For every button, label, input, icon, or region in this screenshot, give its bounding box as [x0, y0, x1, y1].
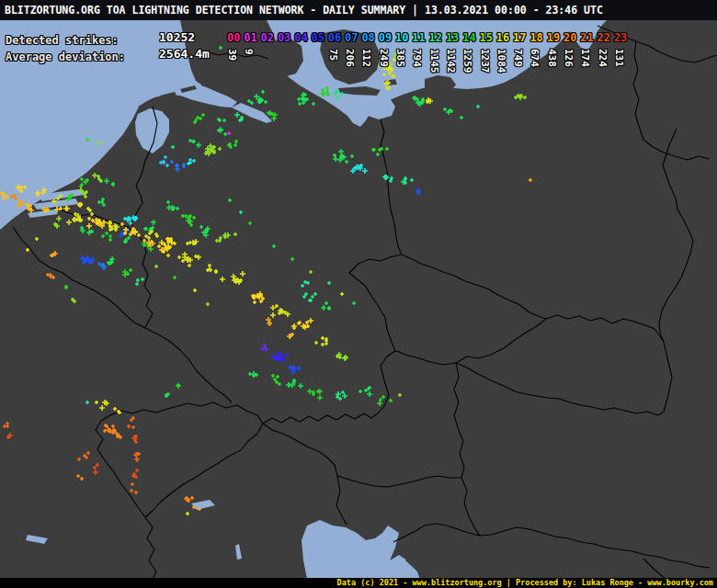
hour-label-12: 12	[429, 31, 442, 44]
hour-count-08: 112	[360, 49, 372, 67]
hour-count-17: 749	[512, 49, 524, 67]
hour-label-22: 22	[598, 31, 610, 44]
hour-count-09: 249	[378, 49, 390, 67]
hour-count-10: 385	[394, 49, 406, 67]
hour-label-09: 09	[379, 31, 392, 44]
hour-count-18: 674	[529, 49, 541, 67]
hour-label-21: 21	[580, 31, 593, 44]
hour-count-11: 794	[411, 49, 423, 67]
hour-count-14: 1259	[461, 49, 473, 74]
hour-count-01: 9	[243, 49, 255, 55]
hour-label-04: 04	[294, 31, 307, 44]
hour-count-23: 131	[613, 49, 625, 67]
hour-label-10: 10	[395, 31, 408, 44]
average-deviation-row: Average deviation: 2564.4m	[6, 47, 125, 63]
hour-count-22: 224	[597, 49, 609, 67]
detected-strikes-value: 10252	[159, 30, 195, 44]
lightning-map	[0, 0, 717, 588]
hour-count-07: 206	[344, 49, 356, 67]
hour-count-06: 75	[327, 49, 339, 61]
hour-count-21: 174	[579, 49, 591, 67]
hour-label-01: 01	[244, 31, 256, 44]
hour-label-16: 16	[496, 31, 509, 44]
hour-label-03: 03	[278, 31, 290, 44]
title-bar: BLITZORTUNG.ORG TOA LIGHTNING DETECTION …	[0, 0, 717, 20]
hour-count-15: 1237	[479, 49, 491, 74]
hour-label-20: 20	[563, 31, 576, 44]
average-deviation-label: Average deviation:	[6, 51, 125, 63]
hour-count-12: 1145	[428, 49, 440, 74]
hour-label-15: 15	[480, 31, 493, 44]
hour-label-05: 05	[312, 31, 324, 44]
credit-bar: Data (c) 2021 - www.blitzortung.org | Pr…	[0, 578, 717, 588]
hour-label-17: 17	[513, 31, 526, 44]
hour-label-19: 19	[547, 31, 560, 44]
page-title: BLITZORTUNG.ORG TOA LIGHTNING DETECTION …	[5, 4, 603, 17]
hour-count-13: 1142	[445, 49, 457, 74]
hour-label-13: 13	[446, 31, 459, 44]
hour-label-14: 14	[462, 31, 475, 44]
credit-text: Data (c) 2021 - www.blitzortung.org | Pr…	[337, 578, 713, 587]
hour-label-23: 23	[614, 31, 627, 44]
detected-strikes-label: Detected strikes:	[6, 34, 119, 47]
hour-label-00: 00	[227, 31, 240, 44]
detected-strikes-row: Detected strikes: 10252	[6, 30, 125, 47]
hour-count-20: 126	[563, 49, 575, 67]
average-deviation-value: 2564.4m	[159, 47, 210, 61]
hour-label-11: 11	[412, 31, 425, 44]
hour-label-07: 07	[345, 31, 358, 44]
hour-label-06: 06	[328, 31, 341, 44]
hour-label-08: 08	[361, 31, 374, 44]
stats-panel: Detected strikes: 10252 Average deviatio…	[6, 30, 125, 63]
hour-label-02: 02	[261, 31, 274, 44]
hour-label-18: 18	[529, 31, 542, 44]
lightning-summary-screen: BLITZORTUNG.ORG TOA LIGHTNING DETECTION …	[0, 0, 717, 588]
hour-count-19: 438	[546, 49, 558, 67]
hour-count-00: 39	[226, 49, 238, 61]
hour-count-16: 1084	[495, 49, 507, 74]
